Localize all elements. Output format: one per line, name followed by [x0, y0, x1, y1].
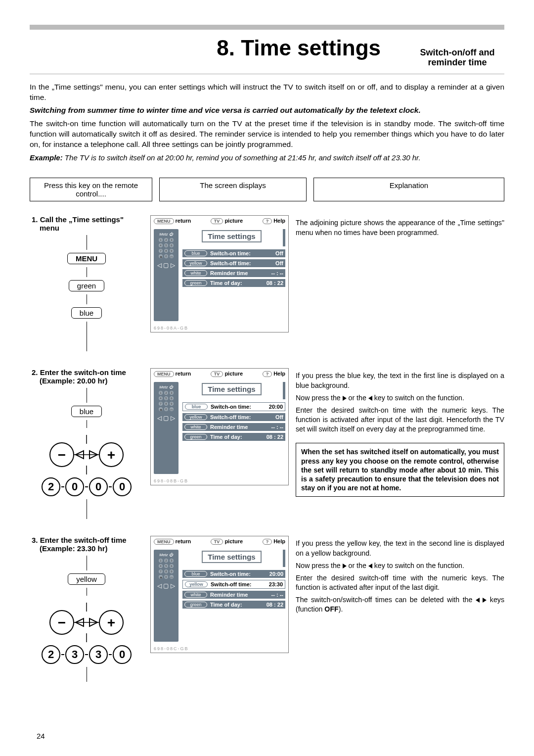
screen-c: MENUreturn TVpicture ?Help Metz ⏻ 123 45… — [150, 536, 289, 653]
menu-pill: MENU — [154, 218, 174, 224]
remote-graphic: Metz ⏻ 123 456 789 ◉0▭ ◁ ▢ ▷ — [154, 229, 178, 321]
yellow-key[interactable]: yellow — [68, 573, 105, 585]
step2-sub: (Example: 20.00 hr) — [40, 377, 143, 385]
digit-key[interactable]: 0 — [113, 645, 132, 664]
step-3: 3. Enter the switch-off time (Example: 2… — [30, 536, 504, 685]
intro-p1: In the „Time settings" menu, you can ent… — [30, 82, 504, 103]
step1-expl: The adjoining picture shows the appearan… — [296, 218, 504, 237]
tv-title: Time settings — [202, 230, 261, 242]
hdr-return: MENUreturn — [154, 218, 191, 224]
step3-sub: (Example: 23.30 hr) — [40, 544, 143, 553]
digit-key[interactable]: 0 — [113, 477, 132, 496]
white-pill: white — [184, 270, 207, 276]
connector-line — [87, 588, 87, 596]
connector-line — [87, 556, 87, 570]
example-text: The TV is to switch itself on at 20:00 h… — [63, 153, 421, 162]
screen-code: 698-08A-GB — [151, 324, 288, 332]
left-arrow-icon — [476, 598, 480, 603]
yellow-pill: yellow — [184, 260, 207, 266]
step2-expl3: Enter the desired switch-on time with th… — [296, 406, 504, 434]
digit-key[interactable]: 0 — [89, 477, 108, 496]
step3-expl4: The switch-on/switch-off times can be de… — [296, 595, 504, 614]
right-arrow-icon — [343, 564, 347, 568]
page-subtitle: Switch-on/off and reminder time — [410, 48, 504, 68]
digit-key[interactable]: 2 — [42, 477, 60, 496]
svg-text:+: + — [107, 615, 115, 630]
intro-block: In the „Time settings" menu, you can ent… — [30, 82, 504, 163]
help-pill: ? — [263, 218, 272, 224]
connector-line — [87, 294, 87, 304]
blue-key[interactable]: blue — [71, 406, 102, 417]
digit-key[interactable]: 2 — [42, 645, 60, 664]
intro-p3: The switch-on time function will automat… — [30, 119, 504, 150]
step3-expl2: Now press the or the key to switch on th… — [296, 561, 504, 570]
page-title: 8. Time settings — [217, 36, 381, 60]
subtitle-line2: reminder time — [428, 57, 487, 67]
left-arrow-icon — [368, 396, 372, 401]
intro-autoline: Switching from summer time to winter tim… — [30, 105, 504, 116]
digit-key[interactable]: 0 — [65, 477, 84, 496]
screen-code: 698-08B-GB — [151, 477, 288, 485]
nav-pad[interactable]: − + — [30, 603, 143, 642]
step3-expl1: If you press the yellow key, the text in… — [296, 539, 504, 558]
column-headers: Press this key on the remote control....… — [30, 178, 504, 201]
step2-title: 2. Enter the switch-on time — [38, 368, 143, 377]
page-number: 24 — [37, 732, 45, 740]
tv-pill: TV — [211, 218, 223, 224]
blue-key[interactable]: blue — [71, 307, 102, 319]
nav-pad[interactable]: − + — [30, 435, 143, 474]
green-pill: green — [184, 280, 207, 286]
safety-note: When the set has switched itself on auto… — [296, 443, 504, 497]
svg-text:+: + — [107, 447, 115, 463]
connector-line — [87, 420, 87, 428]
step-2: 2. Enter the switch-on time (Example: 20… — [30, 368, 504, 522]
col-screen: The screen displays — [159, 178, 307, 201]
screen-b: MENUreturn TVpicture ?Help Metz ⏻ 123 45… — [150, 368, 289, 485]
green-key[interactable]: green — [69, 280, 104, 291]
example-label: Example: — [30, 153, 63, 162]
intro-example: Example: The TV is to switch itself on a… — [30, 153, 504, 163]
step2-expl1: If you press the blue key, the text in t… — [296, 371, 504, 390]
digit-key[interactable]: 3 — [65, 645, 84, 664]
svg-text:−: − — [58, 615, 66, 630]
step2-expl2: Now press the or the key to switch on th… — [296, 393, 504, 403]
step1-title: 1. Call the „Time settings" menu — [38, 215, 143, 232]
col-explanation: Explanation — [313, 178, 504, 201]
col-remote-key: Press this key on the remote control.... — [30, 178, 152, 201]
left-arrow-icon — [368, 564, 372, 568]
screen-code: 698-08C-GB — [151, 645, 288, 653]
step-1: 1. Call the „Time settings" menu MENU gr… — [30, 215, 504, 354]
connector-line — [87, 235, 87, 250]
connector-line — [87, 267, 87, 277]
hdr-help: ?Help — [263, 218, 285, 224]
connector-line — [87, 388, 87, 403]
top-bar — [30, 25, 504, 30]
header: 8. Time settings Switch-on/off and remin… — [30, 34, 504, 74]
menu-key[interactable]: MENU — [67, 253, 106, 264]
step3-expl3: Enter the desired switch-off time with t… — [296, 573, 504, 592]
subtitle-line1: Switch-on/off and — [420, 47, 495, 57]
digit-row: 2 0 0 0 — [30, 477, 143, 496]
connector-line — [87, 499, 87, 519]
remote-graphic: Metz ⏻ 123 456 789 ◉0▭ ◁ ▢ ▷ — [154, 382, 178, 474]
hdr-picture: TVpicture — [211, 218, 243, 224]
step3-title: 3. Enter the switch-off time — [38, 536, 143, 544]
remote-graphic: Metz ⏻ 123 456 789 ◉0▭ ◁ ▢ ▷ — [154, 550, 178, 642]
connector-line — [87, 667, 87, 682]
digit-key[interactable]: 3 — [89, 645, 108, 664]
digit-row: 2 3 3 0 — [30, 645, 143, 664]
right-arrow-icon — [343, 396, 347, 401]
screen-a: MENUreturn TVpicture ?Help Metz ⏻ 123 45… — [150, 215, 289, 332]
svg-text:−: − — [58, 447, 66, 463]
blue-pill: blue — [184, 250, 207, 256]
connector-line — [87, 322, 87, 351]
